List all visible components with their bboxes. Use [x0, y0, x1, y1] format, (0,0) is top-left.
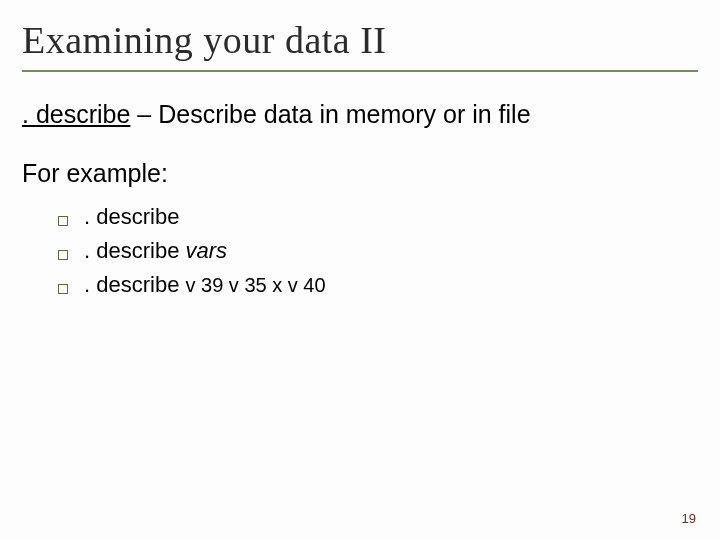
example-italic: vars [186, 238, 228, 263]
example-text: . describe [84, 238, 186, 263]
square-bullet-icon [58, 216, 68, 226]
list-item: . describe v 39 v 35 x v 40 [58, 268, 698, 302]
list-item: . describe vars [58, 234, 698, 268]
square-bullet-icon [58, 250, 68, 260]
list-item: . describe [58, 200, 698, 234]
square-bullet-icon [58, 284, 68, 294]
command-description: – Describe data in memory or in file [130, 100, 530, 128]
command-name: . describe [22, 100, 130, 128]
page-number: 19 [682, 511, 696, 526]
title-container: Examining your data II [22, 10, 698, 72]
for-example-label: For example: [22, 159, 698, 188]
example-small: v 39 v 35 x v 40 [186, 274, 326, 296]
example-text: . describe [84, 272, 186, 297]
slide-title: Examining your data II [22, 18, 698, 62]
command-description-line: . describe – Describe data in memory or … [22, 100, 698, 129]
example-text: . describe [84, 204, 179, 229]
slide: Examining your data II . describe – Desc… [0, 0, 720, 540]
example-list: . describe . describe vars . describe v … [22, 200, 698, 302]
